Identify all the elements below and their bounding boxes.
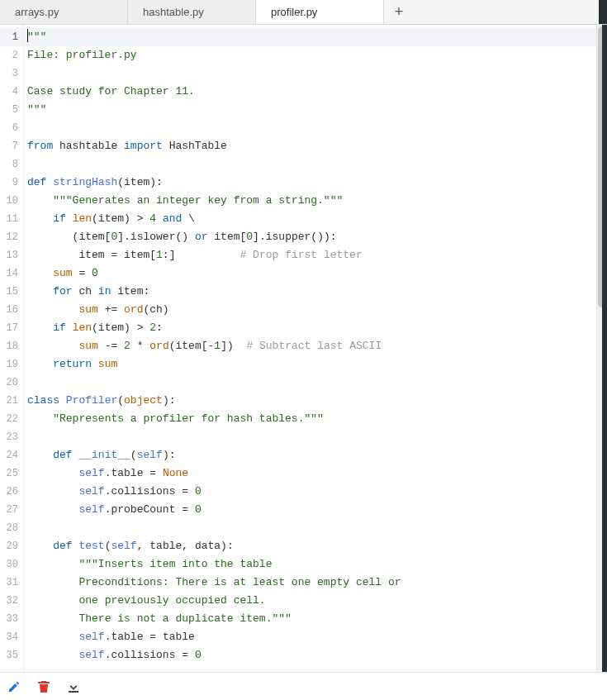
line-number: 2	[0, 46, 23, 64]
code-line[interactable]: for ch in item:	[27, 283, 607, 301]
code-line[interactable]: Preconditions: There is at least one emp…	[27, 574, 607, 592]
line-number: 35	[0, 646, 23, 664]
line-number: 15	[0, 283, 23, 301]
code-line[interactable]: sum -= 2 * ord(item[-1]) # Subtract last…	[27, 337, 607, 355]
code-line[interactable]: File: profiler.py	[27, 46, 607, 64]
line-number: 19	[0, 355, 23, 374]
line-number: 17	[0, 319, 23, 337]
line-number: 18	[0, 337, 23, 355]
code-line[interactable]: "Represents a profiler for hash tables."…	[27, 410, 607, 428]
code-line[interactable]	[27, 428, 607, 446]
line-number: 5	[0, 101, 23, 119]
code-line[interactable]: def test(self, table, data):	[27, 537, 607, 555]
delete-button[interactable]	[36, 679, 51, 694]
code-line[interactable]: self.probeCount = 0	[27, 501, 607, 519]
code-line[interactable]	[27, 155, 607, 174]
code-line[interactable]: def __init__(self):	[27, 446, 607, 464]
tab-hashtable[interactable]: hashtable.py	[128, 0, 256, 24]
line-number: 28	[0, 519, 23, 537]
line-number: 10	[0, 192, 23, 210]
tab-label: arrays.py	[15, 6, 59, 18]
code-line[interactable]: self.collisions = 0	[27, 646, 607, 664]
code-line[interactable]: class Profiler(object):	[27, 392, 607, 410]
code-line[interactable]: from hashtable import HashTable	[27, 137, 607, 155]
line-number: 21	[0, 392, 23, 410]
line-number: 32	[0, 592, 23, 610]
code-line[interactable]: sum += ord(ch)	[27, 301, 607, 319]
line-number: 29	[0, 537, 23, 555]
line-number: 23	[0, 428, 23, 446]
code-line[interactable]: self.table = None	[27, 464, 607, 483]
code-line[interactable]: Case study for Chapter 11.	[27, 83, 607, 101]
line-number: 33	[0, 610, 23, 628]
code-line[interactable]	[27, 64, 607, 83]
code-line[interactable]: return sum	[27, 355, 607, 374]
line-number: 26	[0, 483, 23, 501]
tab-spacer	[414, 0, 599, 24]
code-line[interactable]: if len(item) > 2:	[27, 319, 607, 337]
tab-label: hashtable.py	[143, 6, 204, 18]
line-number: 20	[0, 374, 23, 392]
code-line[interactable]: self.table = table	[27, 628, 607, 646]
code-line[interactable]: """	[24, 28, 607, 46]
trash-icon	[37, 680, 50, 693]
line-number: 13	[0, 246, 23, 264]
code-line[interactable]	[27, 519, 607, 537]
line-number: 30	[0, 555, 23, 574]
code-area[interactable]: """File: profiler.pyCase study for Chapt…	[24, 25, 607, 672]
line-number: 6	[0, 119, 23, 137]
editor[interactable]: 1234567891011121314151617181920212223242…	[0, 25, 607, 672]
code-line[interactable]: """Inserts item into the table	[27, 555, 607, 574]
code-line[interactable]	[27, 119, 607, 137]
line-number: 4	[0, 83, 23, 101]
bottom-toolbar	[0, 672, 607, 700]
tab-bar: arrays.py hashtable.py profiler.py +	[0, 0, 607, 25]
code-line[interactable]: """	[27, 101, 607, 119]
edit-button[interactable]	[7, 679, 21, 694]
line-number: 7	[0, 137, 23, 155]
download-icon	[67, 680, 80, 693]
code-line[interactable]: one previously occupied cell.	[27, 592, 607, 610]
code-line[interactable]: item = item[1:] # Drop first letter	[27, 246, 607, 264]
tab-profiler[interactable]: profiler.py	[256, 0, 384, 24]
line-number: 3	[0, 64, 23, 83]
line-number: 34	[0, 628, 23, 646]
code-line[interactable]: There is not a duplicate item."""	[27, 610, 607, 628]
line-number: 27	[0, 501, 23, 519]
tab-arrays[interactable]: arrays.py	[0, 0, 128, 24]
line-number: 22	[0, 410, 23, 428]
code-line[interactable]: self.collisions = 0	[27, 483, 607, 501]
line-number: 1	[0, 28, 23, 46]
right-dark-edge	[602, 25, 607, 672]
line-number: 11	[0, 210, 23, 228]
new-tab-button[interactable]: +	[384, 0, 414, 24]
code-line[interactable]: if len(item) > 4 and \	[27, 210, 607, 228]
code-line[interactable]: """Generates an integer key from a strin…	[27, 192, 607, 210]
download-button[interactable]	[66, 679, 81, 694]
plus-icon: +	[395, 3, 404, 21]
code-line[interactable]: def stringHash(item):	[27, 174, 607, 192]
line-number: 16	[0, 301, 23, 319]
right-panel-edge	[599, 0, 607, 24]
line-number: 9	[0, 174, 23, 192]
line-number: 31	[0, 574, 23, 592]
pencil-icon	[7, 680, 21, 693]
line-number: 14	[0, 264, 23, 283]
line-number: 24	[0, 446, 23, 464]
line-number-gutter: 1234567891011121314151617181920212223242…	[0, 25, 24, 672]
tab-label: profiler.py	[271, 6, 317, 18]
code-line[interactable]: sum = 0	[27, 264, 607, 283]
code-line[interactable]	[27, 374, 607, 392]
line-number: 25	[0, 464, 23, 483]
line-number: 12	[0, 228, 23, 246]
code-line[interactable]: (item[0].islower() or item[0].isupper())…	[27, 228, 607, 246]
line-number: 8	[0, 155, 23, 174]
